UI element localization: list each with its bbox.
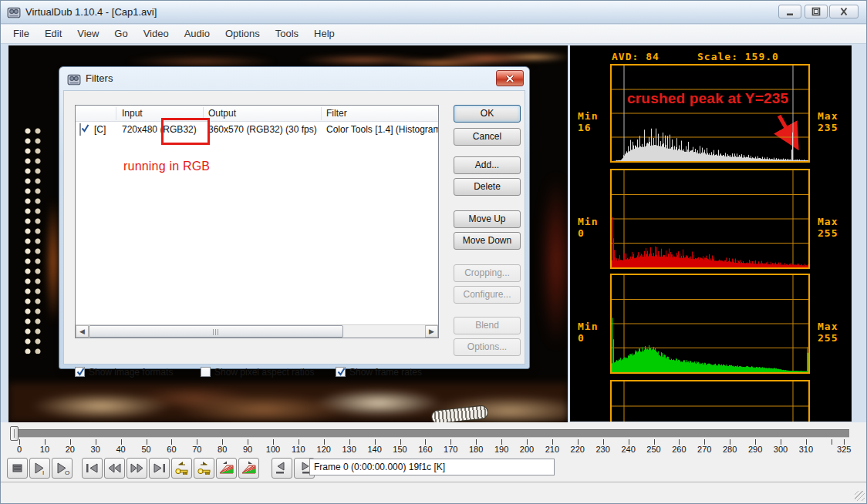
filter-row[interactable]: [C] 720x480 (RGB32) 360x570 (RGB32) (30 … <box>76 122 438 137</box>
show-frame-rates-checkbox[interactable]: Show frame rates <box>336 367 422 379</box>
scroll-left-button[interactable]: ◀ <box>76 325 89 338</box>
scroll-right-button[interactable]: ▶ <box>425 325 438 338</box>
scrollbar-thumb[interactable] <box>89 325 343 338</box>
luma-min-label: Min16 <box>578 110 598 133</box>
menu-item-file[interactable]: File <box>5 25 37 44</box>
stop-icon <box>8 459 27 478</box>
next-scene-button[interactable] <box>238 458 259 479</box>
next-keyframe-button[interactable] <box>194 458 214 479</box>
filters-dialog-close-button[interactable] <box>496 70 524 86</box>
filter-list-hscrollbar[interactable]: ◀ ▶ <box>76 324 438 338</box>
virtualdub-window: VirtualDub 1.10.4 - [Cap1.avi] FileEditV… <box>0 0 867 504</box>
bottom-controls: 0102030405060708090100110120130140150160… <box>1 422 866 504</box>
ruler-tick-label: 220 <box>565 445 591 454</box>
minimize-button[interactable] <box>778 5 801 18</box>
menu-item-tools[interactable]: Tools <box>268 25 306 44</box>
blend-button: Blend <box>454 317 521 334</box>
delete-button[interactable]: Delete <box>454 178 521 196</box>
play-output-button[interactable]: O <box>52 458 73 479</box>
play-input-icon: I <box>30 459 49 478</box>
close-button[interactable] <box>829 5 859 18</box>
ruler-tick <box>781 439 781 445</box>
ruler-tick-label: 230 <box>590 445 616 454</box>
goto-start-button[interactable] <box>82 458 103 479</box>
ruler-tick-label: 40 <box>108 445 134 454</box>
column-header-input[interactable]: Input <box>122 108 143 119</box>
green-histogram <box>610 274 810 374</box>
prev-keyframe-button[interactable] <box>171 458 192 479</box>
ruler-tick <box>171 439 172 445</box>
add-button[interactable]: Add... <box>454 156 521 174</box>
column-header-output[interactable]: Output <box>208 108 236 119</box>
play-input-button[interactable]: I <box>29 458 50 479</box>
menu-item-go[interactable]: Go <box>106 25 135 44</box>
ruler-tick <box>832 439 832 445</box>
ruler-tick-label: 170 <box>437 445 464 454</box>
menu-item-view[interactable]: View <box>69 25 106 44</box>
luma-max-label: Max235 <box>818 110 838 133</box>
timeline-slider-handle[interactable] <box>10 426 19 441</box>
ruler-tick <box>629 439 629 445</box>
show-image-formats-checkbox[interactable]: Show image formats <box>75 367 173 379</box>
menu-item-video[interactable]: Video <box>136 25 177 44</box>
cancel-button[interactable]: Cancel <box>454 128 521 146</box>
ruler-tick-label: 190 <box>488 445 514 454</box>
ruler-tick <box>654 439 655 445</box>
filters-dialog-body: Input Output Filter [C] 720x480 (RGB32) … <box>63 90 525 365</box>
ruler-tick <box>324 439 325 445</box>
ruler-tick-label: 30 <box>83 445 109 454</box>
ruler-tick <box>19 439 20 445</box>
ruler-tick-label: 250 <box>641 445 667 454</box>
filter-name-cell: Color Tools [1.4] (Histogram <box>326 124 438 135</box>
rewind-icon <box>105 459 124 478</box>
app-icon <box>7 5 21 19</box>
rgb32-highlight-box <box>161 118 210 145</box>
ruler-tick-label: 280 <box>717 445 743 454</box>
ruler-tick-label: 50 <box>133 445 160 454</box>
ok-button[interactable]: OK <box>454 105 521 123</box>
key-prev-icon <box>172 459 191 478</box>
mark-in-button[interactable] <box>272 458 292 479</box>
resize-grip[interactable] <box>855 491 865 501</box>
red-max-label: Max255 <box>818 216 838 239</box>
svg-text:O: O <box>65 469 69 476</box>
move-down-button[interactable]: Move Down <box>454 232 521 250</box>
prev-scene-button[interactable] <box>216 458 237 479</box>
ruler-tick-label: 130 <box>336 445 363 454</box>
ruler-tick-label: 80 <box>209 445 235 454</box>
filter-enabled-checkbox[interactable] <box>79 123 81 136</box>
move-up-button[interactable]: Move Up <box>454 210 521 228</box>
key-next-icon <box>194 459 214 478</box>
goto-end-button[interactable] <box>149 458 170 479</box>
filters-dialog-title: Filters <box>86 67 113 90</box>
filter-list[interactable]: Input Output Filter [C] 720x480 (RGB32) … <box>75 105 439 338</box>
ruler-tick <box>45 439 46 445</box>
frame-forward-button[interactable] <box>127 458 147 479</box>
show-pixel-aspect-ratios-checkbox[interactable]: Show pixel aspect ratios <box>201 367 314 379</box>
maximize-button[interactable] <box>805 5 828 18</box>
stop-button[interactable] <box>7 458 28 479</box>
ruler-tick <box>755 439 756 445</box>
timeline-track[interactable] <box>12 429 849 438</box>
seek-end-icon <box>150 459 169 478</box>
frame-back-button[interactable] <box>104 458 125 479</box>
ruler-tick-label: 270 <box>691 445 717 454</box>
red-histogram <box>610 169 810 269</box>
cropping-button: Cropping... <box>454 264 521 282</box>
ruler-tick <box>730 439 730 445</box>
ruler-tick-label: 300 <box>767 445 794 454</box>
filter-mode-cell: [C] <box>94 124 106 135</box>
ruler-tick <box>248 439 248 445</box>
menu-item-edit[interactable]: Edit <box>37 25 69 44</box>
menu-item-options[interactable]: Options <box>218 25 268 44</box>
ruler-tick <box>527 439 528 445</box>
ruler-tick-label: 290 <box>742 445 768 454</box>
ruler-tick <box>197 439 197 445</box>
menu-item-audio[interactable]: Audio <box>177 25 218 44</box>
ruler-tick <box>578 439 579 445</box>
ruler-tick <box>222 439 223 445</box>
column-header-filter[interactable]: Filter <box>326 108 347 119</box>
ruler-tick-label: 200 <box>514 445 540 454</box>
filters-dialog: Filters Input Output Filter <box>59 66 530 369</box>
menu-item-help[interactable]: Help <box>306 25 342 44</box>
